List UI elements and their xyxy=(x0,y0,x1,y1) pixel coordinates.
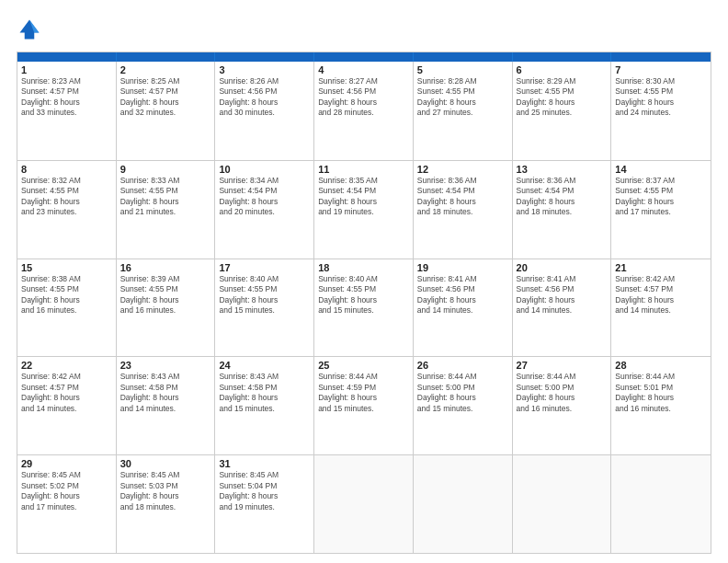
day-number: 6 xyxy=(517,64,608,75)
calendar-row: 15Sunrise: 8:38 AMSunset: 4:55 PMDayligh… xyxy=(17,259,711,357)
header-tuesday xyxy=(215,52,314,62)
header-saturday xyxy=(611,52,711,62)
table-row: 11Sunrise: 8:35 AMSunset: 4:54 PMDayligh… xyxy=(314,161,414,259)
table-row: 27Sunrise: 8:44 AMSunset: 5:00 PMDayligh… xyxy=(513,357,612,454)
cell-info: Sunrise: 8:32 AMSunset: 4:55 PMDaylight:… xyxy=(21,176,112,218)
cell-info: Sunrise: 8:35 AMSunset: 4:54 PMDaylight:… xyxy=(318,176,409,218)
day-number: 29 xyxy=(21,458,112,469)
cell-info: Sunrise: 8:23 AMSunset: 4:57 PMDaylight:… xyxy=(21,76,112,119)
page: 1Sunrise: 8:23 AMSunset: 4:57 PMDaylight… xyxy=(0,0,728,563)
day-number: 27 xyxy=(517,360,608,371)
day-number: 16 xyxy=(120,262,211,273)
logo-icon xyxy=(17,17,42,42)
cell-info: Sunrise: 8:41 AMSunset: 4:56 PMDaylight:… xyxy=(517,274,608,316)
table-row: 21Sunrise: 8:42 AMSunset: 4:57 PMDayligh… xyxy=(611,259,711,357)
day-number: 2 xyxy=(120,64,211,75)
day-number: 15 xyxy=(21,262,112,273)
table-row: 23Sunrise: 8:43 AMSunset: 4:58 PMDayligh… xyxy=(117,357,216,454)
day-number: 31 xyxy=(219,458,310,469)
table-row: 9Sunrise: 8:33 AMSunset: 4:55 PMDaylight… xyxy=(117,161,216,259)
cell-info: Sunrise: 8:44 AMSunset: 5:01 PMDaylight:… xyxy=(615,372,707,414)
cell-info: Sunrise: 8:28 AMSunset: 4:55 PMDaylight:… xyxy=(417,76,508,119)
table-row xyxy=(314,455,414,553)
table-row: 20Sunrise: 8:41 AMSunset: 4:56 PMDayligh… xyxy=(513,259,612,357)
day-number: 12 xyxy=(417,164,508,175)
table-row: 10Sunrise: 8:34 AMSunset: 4:54 PMDayligh… xyxy=(215,161,314,259)
cell-info: Sunrise: 8:36 AMSunset: 4:54 PMDaylight:… xyxy=(517,176,608,218)
day-number: 17 xyxy=(219,262,310,273)
cell-info: Sunrise: 8:26 AMSunset: 4:56 PMDaylight:… xyxy=(219,76,310,119)
calendar-header xyxy=(17,52,711,62)
cell-info: Sunrise: 8:43 AMSunset: 4:58 PMDaylight:… xyxy=(120,372,211,414)
day-number: 13 xyxy=(517,164,608,175)
cell-info: Sunrise: 8:30 AMSunset: 4:55 PMDaylight:… xyxy=(615,76,707,119)
day-number: 10 xyxy=(219,164,310,175)
table-row: 5Sunrise: 8:28 AMSunset: 4:55 PMDaylight… xyxy=(414,62,513,160)
header xyxy=(17,17,711,42)
calendar-body: 1Sunrise: 8:23 AMSunset: 4:57 PMDaylight… xyxy=(17,62,711,553)
table-row: 6Sunrise: 8:29 AMSunset: 4:55 PMDaylight… xyxy=(513,62,612,160)
cell-info: Sunrise: 8:45 AMSunset: 5:04 PMDaylight:… xyxy=(219,470,310,512)
table-row: 25Sunrise: 8:44 AMSunset: 4:59 PMDayligh… xyxy=(314,357,414,454)
table-row: 19Sunrise: 8:41 AMSunset: 4:56 PMDayligh… xyxy=(414,259,513,357)
day-number: 23 xyxy=(120,360,211,371)
table-row: 16Sunrise: 8:39 AMSunset: 4:55 PMDayligh… xyxy=(117,259,216,357)
table-row: 13Sunrise: 8:36 AMSunset: 4:54 PMDayligh… xyxy=(513,161,612,259)
day-number: 21 xyxy=(615,262,707,273)
table-row: 29Sunrise: 8:45 AMSunset: 5:02 PMDayligh… xyxy=(17,455,117,553)
day-number: 7 xyxy=(615,64,707,75)
table-row: 24Sunrise: 8:43 AMSunset: 4:58 PMDayligh… xyxy=(215,357,314,454)
day-number: 8 xyxy=(21,164,112,175)
day-number: 4 xyxy=(318,64,409,75)
table-row: 15Sunrise: 8:38 AMSunset: 4:55 PMDayligh… xyxy=(17,259,117,357)
day-number: 18 xyxy=(318,262,409,273)
cell-info: Sunrise: 8:38 AMSunset: 4:55 PMDaylight:… xyxy=(21,274,112,316)
cell-info: Sunrise: 8:25 AMSunset: 4:57 PMDaylight:… xyxy=(120,76,211,119)
table-row: 26Sunrise: 8:44 AMSunset: 5:00 PMDayligh… xyxy=(414,357,513,454)
cell-info: Sunrise: 8:27 AMSunset: 4:56 PMDaylight:… xyxy=(318,76,409,119)
day-number: 5 xyxy=(417,64,508,75)
header-sunday xyxy=(17,52,117,62)
day-number: 19 xyxy=(417,262,508,273)
day-number: 22 xyxy=(21,360,112,371)
table-row: 14Sunrise: 8:37 AMSunset: 4:55 PMDayligh… xyxy=(611,161,711,259)
table-row: 1Sunrise: 8:23 AMSunset: 4:57 PMDaylight… xyxy=(17,62,117,160)
cell-info: Sunrise: 8:40 AMSunset: 4:55 PMDaylight:… xyxy=(318,274,409,316)
table-row: 12Sunrise: 8:36 AMSunset: 4:54 PMDayligh… xyxy=(414,161,513,259)
calendar-row: 22Sunrise: 8:42 AMSunset: 4:57 PMDayligh… xyxy=(17,356,711,454)
table-row: 28Sunrise: 8:44 AMSunset: 5:01 PMDayligh… xyxy=(611,357,711,454)
day-number: 30 xyxy=(120,458,211,469)
cell-info: Sunrise: 8:29 AMSunset: 4:55 PMDaylight:… xyxy=(517,76,608,119)
table-row: 31Sunrise: 8:45 AMSunset: 5:04 PMDayligh… xyxy=(215,455,314,553)
day-number: 28 xyxy=(615,360,707,371)
table-row: 4Sunrise: 8:27 AMSunset: 4:56 PMDaylight… xyxy=(314,62,414,160)
header-friday xyxy=(513,52,612,62)
table-row: 7Sunrise: 8:30 AMSunset: 4:55 PMDaylight… xyxy=(611,62,711,160)
calendar: 1Sunrise: 8:23 AMSunset: 4:57 PMDaylight… xyxy=(17,52,711,554)
table-row: 8Sunrise: 8:32 AMSunset: 4:55 PMDaylight… xyxy=(17,161,117,259)
cell-info: Sunrise: 8:33 AMSunset: 4:55 PMDaylight:… xyxy=(120,176,211,218)
cell-info: Sunrise: 8:44 AMSunset: 4:59 PMDaylight:… xyxy=(318,372,409,414)
cell-info: Sunrise: 8:34 AMSunset: 4:54 PMDaylight:… xyxy=(219,176,310,218)
cell-info: Sunrise: 8:45 AMSunset: 5:03 PMDaylight:… xyxy=(120,470,211,512)
table-row xyxy=(513,455,612,553)
cell-info: Sunrise: 8:45 AMSunset: 5:02 PMDaylight:… xyxy=(21,470,112,512)
table-row: 22Sunrise: 8:42 AMSunset: 4:57 PMDayligh… xyxy=(17,357,117,454)
cell-info: Sunrise: 8:42 AMSunset: 4:57 PMDaylight:… xyxy=(21,372,112,414)
day-number: 24 xyxy=(219,360,310,371)
calendar-row: 8Sunrise: 8:32 AMSunset: 4:55 PMDaylight… xyxy=(17,160,711,259)
day-number: 9 xyxy=(120,164,211,175)
logo xyxy=(17,17,46,42)
day-number: 3 xyxy=(219,64,310,75)
table-row: 18Sunrise: 8:40 AMSunset: 4:55 PMDayligh… xyxy=(314,259,414,357)
cell-info: Sunrise: 8:42 AMSunset: 4:57 PMDaylight:… xyxy=(615,274,707,316)
table-row: 3Sunrise: 8:26 AMSunset: 4:56 PMDaylight… xyxy=(215,62,314,160)
cell-info: Sunrise: 8:43 AMSunset: 4:58 PMDaylight:… xyxy=(219,372,310,414)
cell-info: Sunrise: 8:44 AMSunset: 5:00 PMDaylight:… xyxy=(417,372,508,414)
day-number: 11 xyxy=(318,164,409,175)
day-number: 25 xyxy=(318,360,409,371)
header-wednesday xyxy=(314,52,414,62)
table-row xyxy=(611,455,711,553)
header-monday xyxy=(117,52,216,62)
day-number: 20 xyxy=(517,262,608,273)
